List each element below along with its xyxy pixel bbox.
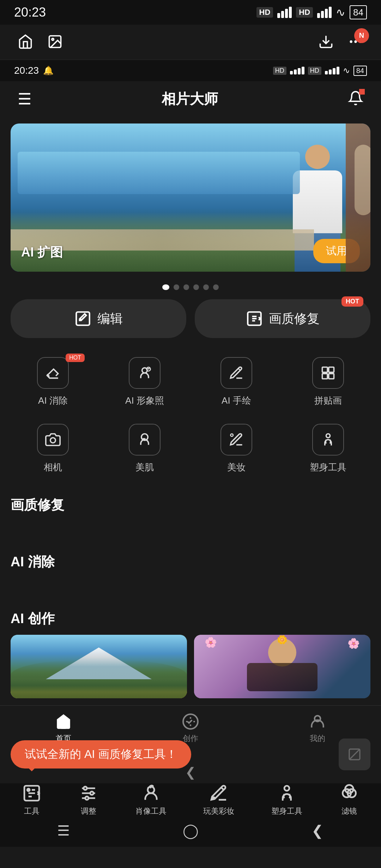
dot-4[interactable]: [193, 284, 199, 290]
tool-collage[interactable]: 拼贴画: [282, 349, 374, 415]
outer-home-button[interactable]: ◯: [180, 820, 201, 841]
status-icons: HD HD ∿ 84: [256, 5, 367, 19]
outer-back-button[interactable]: ❮: [307, 820, 328, 841]
camera-icon: [37, 424, 69, 456]
quality-label: 画质修复: [269, 310, 320, 327]
svg-line-21: [353, 749, 360, 756]
dot-3[interactable]: [183, 284, 189, 290]
wifi-icon: ∿: [336, 6, 345, 19]
tool-camera[interactable]: 相机: [7, 415, 99, 482]
quality-repair-button[interactable]: HOT 画质修复: [195, 299, 370, 338]
topbar-right: N: [318, 34, 363, 51]
ai-cards: 🌸 🌸 🌼: [0, 631, 381, 705]
nav-profile-label: 我的: [310, 733, 325, 744]
quality-section-title: 画质修复: [0, 489, 381, 518]
inner-signal: [290, 67, 304, 74]
notification-dot: [359, 89, 365, 95]
ai-card-landscape[interactable]: [11, 635, 187, 698]
svg-point-28: [90, 791, 93, 795]
n-notification-badge: N: [354, 28, 369, 43]
inner-status-bar: 20:23 🔔 HD HD ∿ 84: [0, 60, 381, 81]
album-button[interactable]: [47, 34, 63, 51]
menu-button[interactable]: ☰: [18, 90, 31, 108]
tool-ai-portrait[interactable]: AI 形象照: [99, 349, 190, 415]
svg-point-1: [52, 38, 54, 40]
body-icon: [312, 424, 344, 456]
svg-rect-12: [322, 374, 328, 379]
svg-point-23: [27, 789, 30, 791]
svg-point-27: [84, 786, 87, 790]
outer-tool-beauty[interactable]: 玩美彩妆: [203, 783, 234, 816]
banner-label: AI 扩图: [21, 244, 63, 261]
body-tool-icon: [277, 783, 297, 803]
edit-button[interactable]: 编辑: [11, 299, 186, 338]
svg-point-29: [85, 796, 89, 800]
quality-icon: [246, 310, 263, 327]
outer-tool-adjust[interactable]: 调整: [79, 783, 98, 816]
body-label: 塑身工具: [310, 461, 346, 474]
tool-makeup[interactable]: 美妆: [190, 415, 282, 482]
nav-create-label: 创作: [183, 733, 198, 744]
download-button[interactable]: [318, 34, 334, 51]
notification-button[interactable]: [348, 90, 363, 107]
banner-dots: [0, 279, 381, 296]
tool-body[interactable]: 塑身工具: [282, 415, 374, 482]
outer-tools-row: 工具 调整 肖像工具: [0, 783, 381, 816]
tool-ai-draw[interactable]: AI 手绘: [190, 349, 282, 415]
signal-icon: [277, 7, 292, 18]
ai-erase-label: AI 消除: [38, 394, 68, 407]
tooltip-bubble[interactable]: 试试全新的 AI 画质修复工具！: [11, 740, 191, 768]
image-placeholder-icon: [347, 747, 362, 761]
more-button[interactable]: N: [348, 34, 363, 51]
dot-1[interactable]: [162, 284, 169, 290]
skin-icon: [129, 424, 161, 456]
outer-tool-tools[interactable]: 工具: [22, 783, 42, 816]
dot-6[interactable]: [213, 284, 219, 290]
outer-menu-button[interactable]: ☰: [53, 820, 74, 841]
ai-draw-label: AI 手绘: [222, 394, 251, 407]
nav-create[interactable]: 创作: [182, 713, 199, 744]
collage-icon: [312, 357, 344, 389]
outer-tool-filter[interactable]: 滤镜: [339, 783, 359, 816]
back-arrow-button[interactable]: ❮: [185, 765, 196, 780]
profile-nav-icon: [309, 713, 326, 730]
portrait-tool-label: 肖像工具: [135, 806, 167, 816]
nav-profile[interactable]: 我的: [309, 713, 326, 744]
dot-2[interactable]: [174, 284, 179, 290]
outer-nav-bar: ☰ ◯ ❮: [0, 816, 381, 847]
outer-bottom-toolbar: 工具 调整 肖像工具: [0, 783, 381, 840]
erase-icon: [37, 357, 69, 389]
status-time: 20:23: [14, 5, 46, 20]
skin-label: 美肌: [135, 461, 154, 474]
nav-home[interactable]: 首页: [55, 713, 72, 744]
outer-tool-portrait[interactable]: 肖像工具: [135, 783, 167, 816]
battery-indicator: 84: [350, 5, 367, 19]
tooltip-area: 试试全新的 AI 画质修复工具！: [0, 747, 381, 761]
app-topbar: N: [0, 25, 381, 60]
home-button[interactable]: [18, 34, 33, 51]
banner-water: [18, 152, 300, 194]
svg-point-14: [50, 438, 56, 443]
tool-skin[interactable]: 美肌: [99, 415, 190, 482]
tool-grid: HOT AI 消除 AI 形象照: [0, 345, 381, 489]
filter-icon: [339, 783, 359, 803]
outer-tool-body[interactable]: 塑身工具: [271, 783, 302, 816]
quality-hot-badge: HOT: [341, 296, 363, 307]
banner-card[interactable]: AI 扩图 试用: [11, 123, 370, 272]
inner-hd-badge: HD: [273, 67, 286, 75]
inner-status-right: HD HD ∿ 84: [273, 66, 367, 76]
svg-point-3: [350, 40, 352, 43]
tooltip-text: 试试全新的 AI 画质修复工具！: [25, 747, 177, 762]
inner-app: 20:23 🔔 HD HD ∿ 84 ☰ 相片大师: [0, 60, 381, 783]
inner-battery: 84: [353, 66, 367, 76]
draw-icon: [220, 357, 252, 389]
inner-signal-2: [325, 67, 339, 74]
ai-card-portrait[interactable]: 🌸 🌸 🌼: [194, 635, 370, 698]
inner-time: 20:23: [14, 65, 39, 76]
tools-icon: [22, 783, 42, 803]
inner-dnd-icon: 🔔: [43, 66, 54, 76]
create-nav-icon: [182, 713, 199, 730]
tool-ai-erase[interactable]: HOT AI 消除: [7, 349, 99, 415]
ai-portrait-label: AI 形象照: [125, 394, 164, 407]
dot-5[interactable]: [203, 284, 209, 290]
